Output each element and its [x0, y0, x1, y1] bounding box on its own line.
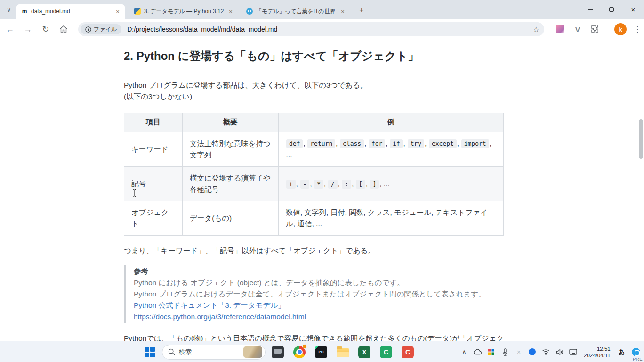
closing-paragraph: Pythonでは、「もの(物)」という日本語の概念で容易に想像できる範囲を超えた… — [124, 333, 515, 341]
taskbar-app-chrome[interactable] — [290, 343, 309, 362]
maximize-icon — [609, 7, 614, 12]
inline-code: except — [429, 139, 457, 148]
pycharm-icon: PC — [315, 346, 327, 358]
new-tab-button[interactable]: + — [356, 5, 367, 16]
profile-avatar[interactable]: k — [614, 23, 627, 35]
bookmark-star-icon[interactable]: ☆ — [533, 25, 539, 34]
taskbar-app-green-c[interactable]: C — [377, 343, 395, 362]
tab-search-button[interactable]: ∨ — [4, 5, 14, 15]
forward-button[interactable]: → — [20, 21, 36, 37]
tab-model-article[interactable]: 「モデル」って言葉をITの世界でよく × — [241, 4, 350, 19]
python-docs-link[interactable]: Python 公式ドキュメント「3. データモデル」 — [134, 300, 515, 311]
extension-2-button[interactable]: V — [571, 23, 584, 36]
inline-code: ] — [370, 180, 379, 189]
python-docs-url-link[interactable]: https://docs.python.org/ja/3/reference/d… — [134, 311, 515, 322]
inline-code: - — [300, 180, 310, 189]
reference-label: 参考 — [134, 266, 515, 277]
close-window-button[interactable]: × — [622, 0, 644, 19]
inline-code: : — [342, 180, 351, 189]
site-info-chip[interactable]: ファイル — [80, 24, 121, 34]
page-heading: 2. Python に登場する「もの」はすべて「オブジェクト」 — [124, 49, 515, 64]
extensions-menu-button[interactable] — [588, 23, 602, 36]
inactive-app-button[interactable]: × — [514, 347, 524, 357]
taskbar-app-red-c[interactable]: C — [398, 343, 417, 362]
intro-line-1: Python プログラムに登場する部品は、大きくわけて、以下の3つである。 — [124, 80, 515, 91]
home-button[interactable] — [56, 21, 72, 37]
notification-center-button[interactable] — [631, 347, 641, 357]
start-button[interactable] — [140, 343, 159, 362]
inline-code: * — [314, 180, 323, 189]
home-icon — [59, 25, 68, 33]
taskbar-app-excel[interactable]: X — [355, 343, 374, 362]
page-content: 2. Python に登場する「もの」はすべて「オブジェクト」 Python プ… — [0, 40, 644, 341]
address-bar[interactable]: ファイル D:/projects/lessons/data_model/md/d… — [78, 22, 544, 36]
wifi-button[interactable] — [541, 347, 551, 357]
forward-icon: → — [24, 25, 32, 34]
chevron-down-icon: ∨ — [7, 7, 11, 13]
inline-code: import — [461, 139, 489, 148]
column-header-item: 項目 — [124, 113, 183, 132]
reference-line-2: Python プログラムにおけるデータは全て、オブジェクトまたはオブジェクト間の… — [134, 288, 515, 300]
wifi-icon — [542, 349, 550, 355]
intro-paragraph: Python プログラムに登場する部品は、大きくわけて、以下の3つである。 (以… — [124, 80, 515, 102]
red-c-app-icon: C — [402, 346, 414, 358]
table-row-keyword: キーワード 文法上特別な意味を持つ文字列 def, return, class,… — [124, 132, 504, 167]
clock-time: 12:51 — [584, 346, 611, 352]
back-button[interactable]: ← — [2, 21, 18, 37]
taskbar-search-box[interactable]: 検索 — [162, 345, 266, 360]
search-icon — [168, 348, 175, 355]
browser-menu-button[interactable]: ⋮ — [631, 25, 644, 34]
parts-table: 項目 概要 例 キーワード 文法上特別な意味を持つ文字列 def, return… — [124, 113, 504, 236]
minimize-icon — [588, 9, 593, 10]
taskbar-app-pycharm[interactable]: PC — [312, 343, 330, 362]
scrollbar-thumb[interactable] — [639, 119, 643, 159]
table-header-row: 項目 概要 例 — [124, 113, 504, 132]
minimize-button[interactable] — [579, 0, 601, 19]
cloud-icon — [474, 349, 482, 355]
cell-summary: データ(もの) — [183, 201, 279, 236]
folder-icon — [337, 348, 349, 357]
grid-icon — [488, 348, 495, 355]
volume-button[interactable] — [555, 347, 565, 357]
microphone-button[interactable] — [500, 347, 510, 357]
extension-1-button[interactable] — [554, 23, 567, 36]
tab-divider — [239, 8, 239, 15]
tab-python-docs[interactable]: 3. データモデル — Python 3.12.3 | × — [129, 4, 238, 19]
inline-code: / — [328, 180, 338, 189]
taskbar-app-dark[interactable] — [268, 343, 287, 362]
ime-indicator[interactable]: あ — [616, 348, 628, 356]
tab-close-icon[interactable]: × — [227, 8, 234, 15]
taskbar-clock[interactable]: 12:51 2024/04/11 — [582, 346, 612, 359]
site-info-label: ファイル — [94, 25, 117, 33]
inline-code: try — [408, 139, 424, 148]
dark-app-icon — [272, 346, 284, 358]
reload-button[interactable]: ↻ — [38, 21, 54, 37]
green-c-app-icon: C — [380, 346, 392, 358]
toolbar-separator — [608, 25, 608, 33]
ime-mode-label: あ — [619, 348, 625, 355]
tab-strip: ∨ m data_model.md × 3. データモデル — Python 3… — [0, 0, 644, 19]
text-cursor — [131, 189, 137, 197]
tab-data-model[interactable]: m data_model.md × — [16, 4, 125, 19]
url-text[interactable]: D:/projects/lessons/data_model/md/data_m… — [127, 25, 533, 33]
hidden-icons-button[interactable]: ∧ — [459, 347, 469, 357]
microphone-icon — [502, 348, 508, 356]
app-grid-button[interactable] — [486, 347, 497, 357]
notification-badge — [302, 344, 307, 349]
onedrive-button[interactable] — [473, 347, 483, 357]
tab-close-icon[interactable]: × — [114, 8, 121, 15]
cell-example: def, return, class, for, if, try, except… — [279, 132, 504, 167]
site-favicon-icon — [246, 8, 253, 15]
close-icon: × — [631, 6, 636, 14]
tab-close-icon[interactable]: × — [339, 8, 346, 15]
running-app-button[interactable] — [527, 347, 538, 357]
taskbar-app-explorer[interactable] — [333, 343, 352, 362]
conclusion-paragraph: つまり、「キーワード」、「記号」以外はすべて「オブジェクト」である。 — [124, 245, 515, 256]
plus-icon: + — [359, 6, 363, 15]
browser-toolbar: ← → ↻ ファイル D:/projects/lessons/data_mode… — [0, 19, 644, 40]
pen-tablet-button[interactable] — [568, 347, 579, 357]
cell-summary: 文法上特別な意味を持つ文字列 — [183, 132, 279, 167]
maximize-button[interactable] — [601, 0, 622, 19]
puzzle-icon — [591, 25, 599, 33]
toolbar-extensions: V k ⋮ — [554, 23, 644, 36]
